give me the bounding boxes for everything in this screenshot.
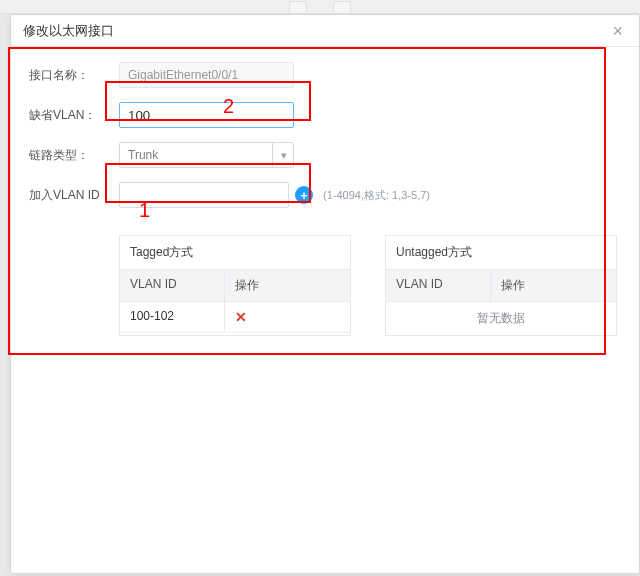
interface-name-value: GigabitEthernet0/0/1 bbox=[119, 62, 294, 88]
tagged-table-head: VLAN ID 操作 bbox=[120, 270, 350, 302]
row-default-vlan: 缺省VLAN： bbox=[29, 101, 621, 129]
delete-icon[interactable]: ✕ bbox=[235, 309, 247, 325]
background-tabbar bbox=[0, 0, 640, 14]
interface-name-label: 接口名称： bbox=[29, 67, 119, 84]
chevron-down-icon: ▾ bbox=[272, 142, 294, 168]
untagged-col-op: 操作 bbox=[491, 270, 616, 301]
default-vlan-input[interactable] bbox=[119, 102, 294, 128]
bg-tab bbox=[333, 1, 351, 13]
modal-body: 2 1 接口名称： GigabitEthernet0/0/1 缺省VLAN： 链… bbox=[11, 47, 639, 350]
link-type-select[interactable]: Trunk ▾ bbox=[119, 142, 294, 168]
tagged-row-id: 100-102 bbox=[120, 302, 225, 332]
modal-header: 修改以太网接口 × bbox=[11, 15, 639, 47]
row-add-vlan: 加入VLAN ID： + (1-4094,格式: 1,3-5,7) bbox=[29, 181, 621, 209]
add-vlan-label: 加入VLAN ID： bbox=[29, 187, 119, 204]
tagged-table: Tagged方式 VLAN ID 操作 100-102 ✕ bbox=[119, 235, 351, 336]
modal-edit-ethernet: 修改以太网接口 × 2 1 接口名称： GigabitEthernet0/0/1… bbox=[10, 14, 640, 574]
tagged-col-id: VLAN ID bbox=[120, 270, 225, 301]
add-vlan-input[interactable] bbox=[119, 182, 289, 208]
table-row: 100-102 ✕ bbox=[120, 302, 350, 333]
link-type-value: Trunk bbox=[119, 142, 294, 168]
row-interface-name: 接口名称： GigabitEthernet0/0/1 bbox=[29, 61, 621, 89]
bg-tab bbox=[289, 1, 307, 13]
close-icon[interactable]: × bbox=[608, 15, 627, 47]
untagged-empty: 暂无数据 bbox=[386, 302, 616, 335]
modal-title: 修改以太网接口 bbox=[23, 15, 114, 47]
row-link-type: 链路类型： Trunk ▾ bbox=[29, 141, 621, 169]
add-vlan-hint: (1-4094,格式: 1,3-5,7) bbox=[323, 188, 430, 203]
link-type-label: 链路类型： bbox=[29, 147, 119, 164]
tagged-col-op: 操作 bbox=[225, 270, 350, 301]
plus-icon: + bbox=[300, 189, 308, 202]
untagged-col-id: VLAN ID bbox=[386, 270, 491, 301]
untagged-table-head: VLAN ID 操作 bbox=[386, 270, 616, 302]
untagged-table: Untagged方式 VLAN ID 操作 暂无数据 bbox=[385, 235, 617, 336]
untagged-title: Untagged方式 bbox=[386, 236, 616, 270]
tagged-title: Tagged方式 bbox=[120, 236, 350, 270]
vlan-tables: Tagged方式 VLAN ID 操作 100-102 ✕ Untagged方式… bbox=[119, 235, 621, 336]
default-vlan-label: 缺省VLAN： bbox=[29, 107, 119, 124]
add-vlan-button[interactable]: + bbox=[295, 186, 313, 204]
